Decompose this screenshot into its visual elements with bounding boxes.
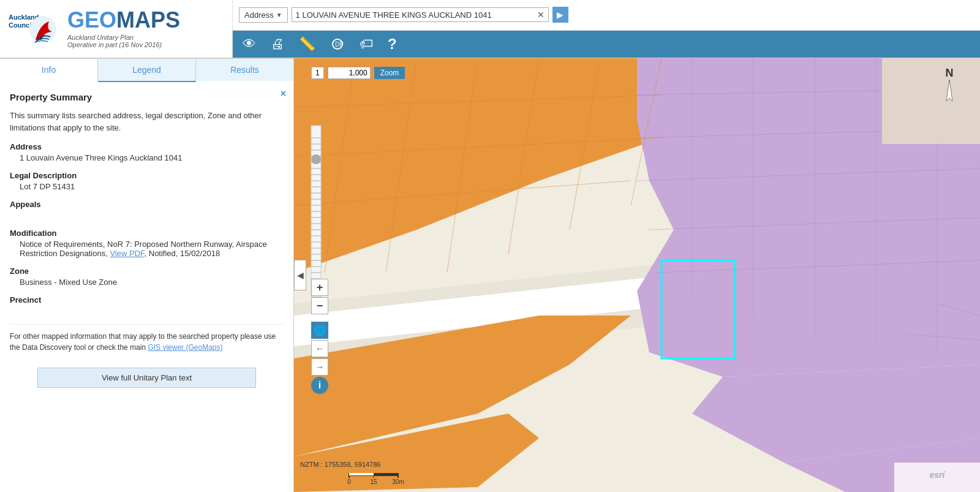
tab-bar: Info Legend Results [0, 58, 293, 82]
geo-maps: MAPS [116, 7, 180, 32]
collapse-panel-button[interactable]: ◀ [294, 260, 306, 290]
zone-section: Zone Business - Mixed Use Zone [10, 267, 284, 287]
eye-icon[interactable]: 👁 [243, 36, 256, 52]
view-pdf-link[interactable]: View PDF [110, 249, 144, 258]
search-bar: Address ▼ 1 LOUVAIN AVENUE THREE KINGS A… [233, 0, 980, 31]
gis-viewer-link[interactable]: GIS viewer (GeoMaps) [148, 343, 222, 352]
address-value: 1 Louvain Avenue Three Kings Auckland 10… [10, 153, 284, 162]
scale-input[interactable] [328, 67, 371, 79]
legal-desc-label: Legal Description [10, 171, 284, 180]
address-section: Address 1 Louvain Avenue Three Kings Auc… [10, 142, 284, 162]
geomaps-logo: GEOMAPS Auckland Unitary PlanOperative i… [67, 9, 180, 48]
map-info-button[interactable]: i [311, 377, 328, 394]
left-panel: Info Legend Results × Property Summary T… [0, 58, 294, 492]
globe-button[interactable]: 🌐 [311, 322, 328, 339]
logo-area: Auckland Council GEOMAPS Auckland Unitar… [0, 0, 233, 58]
precinct-value [10, 306, 284, 316]
print-icon[interactable]: 🖨 [271, 36, 284, 52]
svg-text:15: 15 [370, 479, 377, 485]
search-type-label: Address [244, 10, 274, 20]
legal-desc-value: Lot 7 DP 51431 [10, 182, 284, 191]
measure-icon[interactable]: 📏 [299, 36, 315, 52]
bookmark-icon[interactable]: 🏷 [360, 36, 373, 52]
precinct-label: Precinct [10, 295, 284, 305]
toolbar: 👁 🖨 📏 DP 🏷 ? [233, 31, 980, 58]
svg-text:NZTM : 1755358, 5914786: NZTM : 1755358, 5914786 [300, 461, 380, 468]
help-icon[interactable]: ? [388, 36, 397, 53]
search-input[interactable]: 1 LOUVAIN AVENUE THREE KINGS AUCKLAND 10… [296, 10, 535, 20]
zone-value: Business - Mixed Use Zone [10, 278, 284, 287]
svg-rect-78 [374, 473, 398, 475]
map-area[interactable]: N esri NZTM : 1755358, 5914786 0 15 [294, 58, 980, 492]
svg-text:30m: 30m [392, 479, 404, 485]
modification-value: Notice of Requirements, NoR 7: Proposed … [10, 240, 284, 258]
address-label: Address [10, 142, 284, 151]
zoom-buttons: + − [311, 279, 328, 314]
view-full-plan-button[interactable]: View full Unitary Plan text [37, 368, 257, 388]
svg-rect-66 [882, 58, 980, 144]
header: Auckland Council GEOMAPS Auckland Unitar… [0, 0, 980, 58]
svg-text:esri: esri [930, 470, 946, 480]
scale-label: 1 [311, 67, 324, 79]
navigation-buttons: 🌐 ← → [311, 322, 328, 376]
zoom-control: 1 Zoom [311, 67, 405, 79]
search-input-wrapper: 1 LOUVAIN AVENUE THREE KINGS AUCKLAND 10… [292, 7, 549, 22]
vertical-ruler [311, 126, 321, 297]
modification-section: Modification Notice of Requirements, NoR… [10, 229, 284, 258]
search-go-button[interactable]: ▶ [552, 7, 568, 23]
dropdown-arrow-icon: ▼ [276, 12, 282, 18]
svg-text:N: N [946, 67, 954, 79]
nav-back-button[interactable]: ← [311, 340, 328, 357]
appeals-value [10, 211, 284, 220]
modification-label: Modification [10, 229, 284, 238]
main-content: Info Legend Results × Property Summary T… [0, 58, 980, 492]
search-clear-icon[interactable]: ✕ [537, 10, 545, 20]
geo-subtitle: Auckland Unitary PlanOperative in part (… [67, 34, 162, 48]
nav-forward-button[interactable]: → [311, 358, 328, 376]
tab-results[interactable]: Results [196, 58, 293, 82]
appeals-label: Appeals [10, 200, 284, 209]
auckland-council-logo: Auckland Council [6, 6, 61, 52]
geo-prefix: GEO [67, 7, 116, 32]
precinct-section: Precinct [10, 295, 284, 316]
panel-description: This summary lists searched address, leg… [10, 110, 284, 134]
tab-info[interactable]: Info [0, 58, 98, 82]
zone-label: Zone [10, 267, 284, 276]
dp-icon[interactable]: DP [330, 37, 345, 51]
map-svg: N esri NZTM : 1755358, 5914786 0 15 [294, 58, 980, 492]
panel-title: Property Summary [10, 92, 284, 102]
header-right: Address ▼ 1 LOUVAIN AVENUE THREE KINGS A… [233, 0, 980, 58]
svg-text:DP: DP [335, 41, 344, 48]
search-type-button[interactable]: Address ▼ [239, 7, 288, 23]
bottom-note: For other mapped information that may ap… [10, 324, 284, 359]
svg-rect-77 [349, 473, 374, 475]
geo-title: GEOMAPS [67, 9, 180, 31]
svg-point-38 [311, 154, 321, 164]
tab-legend[interactable]: Legend [98, 58, 196, 81]
zoom-button[interactable]: Zoom [374, 67, 405, 79]
appeals-section: Appeals [10, 200, 284, 220]
zoom-out-button[interactable]: − [311, 297, 328, 314]
zoom-in-button[interactable]: + [311, 279, 328, 296]
panel-content: × Property Summary This summary lists se… [0, 82, 293, 492]
close-button[interactable]: × [281, 88, 286, 99]
legal-desc-section: Legal Description Lot 7 DP 51431 [10, 171, 284, 191]
svg-text:0: 0 [347, 479, 351, 485]
